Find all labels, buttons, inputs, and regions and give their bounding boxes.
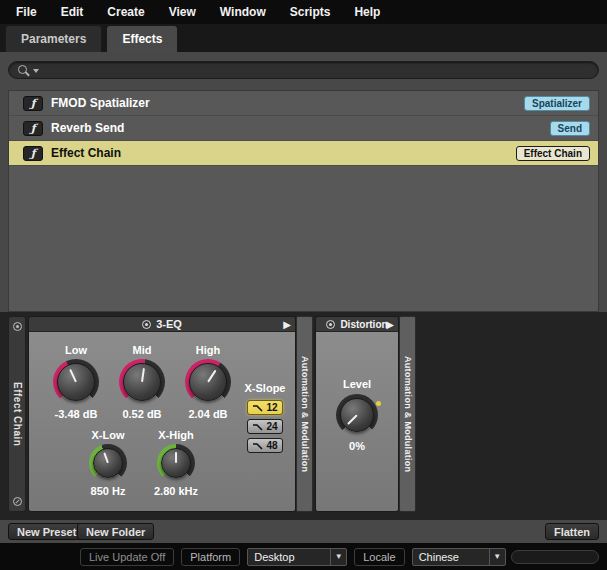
live-update-toggle[interactable]: Live Update Off [80,548,174,566]
effect-name: FMOD Spatializer [51,96,150,110]
list-item-fmod-spatializer[interactable]: ƒ FMOD Spatializer Spatializer [9,91,598,116]
platform-select[interactable]: Desktop ▼ [247,548,347,566]
flatten-button[interactable]: Flatten [545,523,599,540]
module-title: Distortion [340,319,387,330]
xslope-48-button[interactable]: 48 [247,438,283,453]
eq-low-group: Low -3.48 dB [45,344,107,420]
module-3eq-body: Low -3.48 dB Mid [29,332,295,512]
tab-bar: Parameters Effects [0,24,607,52]
knob-label: Level [343,378,371,390]
expand-icon[interactable]: ▶ [283,317,291,332]
bypass-icon[interactable] [13,322,22,331]
search-bar[interactable] [8,61,599,79]
xslope-control: X-Slope 12 24 [239,382,291,453]
menu-scripts[interactable]: Scripts [290,5,331,19]
list-item-reverb-send[interactable]: ƒ Reverb Send Send [9,116,598,141]
xslope-12-button[interactable]: 12 [247,400,283,415]
menu-file[interactable]: File [16,5,37,19]
automation-dot-icon [376,401,381,406]
slope-value: 24 [266,421,277,432]
rail-label: Effect Chain [12,382,23,446]
xslope-label: X-Slope [245,382,286,394]
slope-value: 12 [266,402,277,413]
list-item-effect-chain[interactable]: ƒ Effect Chain Effect Chain [9,141,598,166]
slope-icon [252,404,264,412]
new-folder-button[interactable]: New Folder [77,523,154,540]
knob-face [93,448,123,478]
strip-label: Automation & Modulation [403,356,413,472]
knob-label: X-Low [92,429,125,441]
knob-pointer [141,368,145,383]
module-3eq-header[interactable]: 3-EQ ▶ [29,317,295,332]
distortion-level-knob[interactable] [336,394,378,436]
eq-mid-group: Mid 0.52 dB [111,344,173,420]
knob-face [57,363,95,401]
knob-pointer [175,452,177,463]
search-options-caret-icon[interactable] [33,69,39,73]
tab-parameters[interactable]: Parameters [5,25,102,52]
knob-pointer [103,452,109,463]
knob-label: X-High [158,429,193,441]
routing-icon[interactable] [13,497,22,506]
module-distortion-body: Level 0% [316,332,398,512]
effect-type-badge: Spatializer [524,96,590,111]
module-3eq: 3-EQ ▶ Low -3.48 dB [28,316,296,512]
knob-face [189,363,227,401]
eq-xhigh-knob[interactable] [157,444,195,482]
effects-panel: ƒ FMOD Spatializer Spatializer ƒ Reverb … [0,52,607,543]
knob-value: 0.52 dB [122,408,161,420]
effect-icon: ƒ [23,146,43,161]
chevron-down-icon: ▼ [330,549,346,565]
effect-chain-rail-tab[interactable]: Effect Chain [8,316,26,512]
menu-view[interactable]: View [169,5,196,19]
knob-pointer [69,369,77,383]
effect-icon: ƒ [23,121,43,136]
locale-select[interactable]: Chinese ▼ [412,548,506,566]
expand-icon[interactable]: ▶ [386,317,394,332]
effect-deck: Effect Chain 3-EQ ▶ Low [0,312,607,520]
effects-list: ƒ FMOD Spatializer Spatializer ƒ Reverb … [8,90,599,312]
locale-label: Locale [354,548,404,566]
knob-label: Low [65,344,87,356]
status-bar: Live Update Off Platform Desktop ▼ Local… [0,543,607,570]
slope-value: 48 [266,440,277,451]
strip-label: Automation & Modulation [300,356,310,472]
bypass-icon[interactable] [326,320,335,329]
module-distortion: Distortion ▶ Level 0% [315,316,399,512]
tab-effects[interactable]: Effects [106,25,178,52]
effect-name: Effect Chain [51,146,121,160]
eq-high-knob[interactable] [185,359,231,405]
knob-face [123,363,161,401]
locale-selected-value: Chinese [413,551,489,563]
knob-value: 850 Hz [91,485,126,497]
menu-edit[interactable]: Edit [61,5,84,19]
search-input[interactable] [45,63,590,77]
menu-help[interactable]: Help [354,5,380,19]
search-icon [17,64,30,77]
module-distortion-header[interactable]: Distortion ▶ [316,317,398,332]
chevron-down-icon: ▼ [489,549,505,565]
effect-name: Reverb Send [51,121,124,135]
menu-create[interactable]: Create [107,5,144,19]
fmod-studio-window: File Edit Create View Window Scripts Hel… [0,0,607,570]
status-search-field[interactable] [511,550,599,564]
xslope-24-button[interactable]: 24 [247,419,283,434]
bypass-icon[interactable] [142,320,151,329]
eq-low-knob[interactable] [53,359,99,405]
new-preset-button[interactable]: New Preset [8,523,85,540]
automation-modulation-strip-3eq[interactable]: Automation & Modulation [296,316,313,512]
menu-bar: File Edit Create View Window Scripts Hel… [0,0,607,24]
eq-xlow-knob[interactable] [89,444,127,482]
knob-label: High [196,344,220,356]
knob-value: -3.48 dB [55,408,98,420]
platform-selected-value: Desktop [248,551,330,563]
knob-value: 0% [349,440,365,452]
menu-window[interactable]: Window [220,5,266,19]
automation-modulation-strip-distortion[interactable]: Automation & Modulation [399,316,416,512]
eq-high-group: High 2.04 dB [177,344,239,420]
eq-mid-knob[interactable] [119,359,165,405]
knob-pointer [347,414,357,424]
knob-value: 2.04 dB [188,408,227,420]
knob-face [340,398,374,432]
slope-icon [252,442,264,450]
